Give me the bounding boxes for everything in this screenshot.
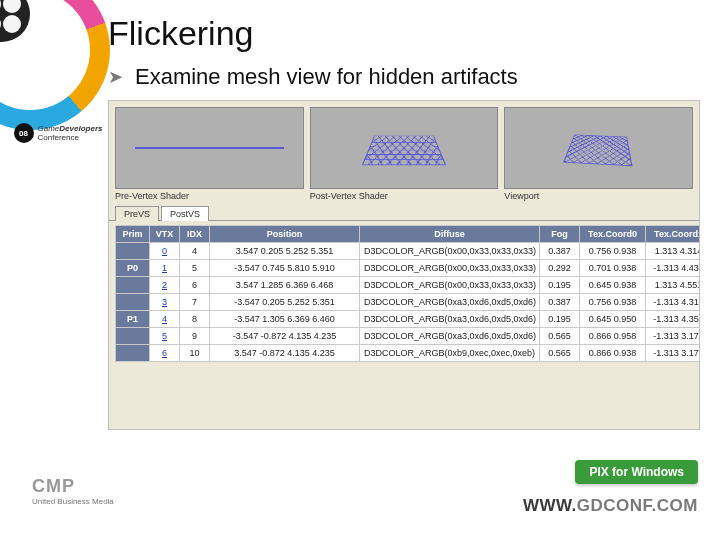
cell-texcoord0: 0.866 0.938 [580, 345, 646, 362]
cell-idx: 6 [180, 277, 210, 294]
table-row[interactable]: 263.547 1.285 6.369 6.468D3DCOLOR_ARGB(0… [116, 277, 701, 294]
cell-prim: P1 [116, 311, 150, 328]
cell-diffuse: D3DCOLOR_ARGB(0xa3,0xd6,0xd5,0xd6) [360, 294, 540, 311]
tab-prevs[interactable]: PreVS [115, 206, 159, 221]
cell-vtx[interactable]: 6 [150, 345, 180, 362]
bullet-chevron-icon: ➤ [108, 68, 123, 86]
th-prim[interactable]: Prim [116, 226, 150, 243]
cell-texcoord0: 0.756 0.938 [580, 294, 646, 311]
year-badge: 08 [14, 123, 34, 143]
cell-fog: 0.565 [540, 345, 580, 362]
cmp-subtext: United Business Media [32, 497, 114, 506]
cell-texcoord0: 0.645 0.938 [580, 277, 646, 294]
mesh-grid-icon [362, 136, 446, 166]
cell-idx: 10 [180, 345, 210, 362]
badge-brand-2: Developers [59, 124, 102, 133]
cell-diffuse: D3DCOLOR_ARGB(0x00,0x33,0x33,0x33) [360, 260, 540, 277]
tab-bar: PreVS PostVS [109, 205, 699, 221]
cell-idx: 9 [180, 328, 210, 345]
thumb-label-1: Post-Vertex Shader [310, 191, 499, 201]
table-row[interactable]: 6103.547 -0.872 4.135 4.235D3DCOLOR_ARGB… [116, 345, 701, 362]
cell-vtx[interactable]: 4 [150, 311, 180, 328]
table-header-row: Prim VTX IDX Position Diffuse Fog Tex.Co… [116, 226, 701, 243]
cell-texcoord1: -1.313 4.314 [646, 294, 701, 311]
th-diffuse[interactable]: Diffuse [360, 226, 540, 243]
thumb-pre-vertex[interactable] [115, 107, 304, 189]
cell-texcoord1: -1.313 3.175 [646, 328, 701, 345]
cmp-logo: CMP United Business Media [32, 476, 114, 506]
cell-position: 3.547 0.205 5.252 5.351 [210, 243, 360, 260]
thumb-post-vertex[interactable] [310, 107, 499, 189]
cell-prim [116, 294, 150, 311]
tab-postvs[interactable]: PostVS [161, 206, 209, 221]
cell-texcoord0: 0.866 0.958 [580, 328, 646, 345]
cell-fog: 0.387 [540, 294, 580, 311]
vertex-table: Prim VTX IDX Position Diffuse Fog Tex.Co… [115, 225, 700, 362]
cell-prim [116, 277, 150, 294]
cell-fog: 0.565 [540, 328, 580, 345]
thumb-label-0: Pre-Vertex Shader [115, 191, 304, 201]
cell-texcoord1: -1.313 4.351 [646, 311, 701, 328]
cell-fog: 0.195 [540, 277, 580, 294]
cell-position: 3.547 1.285 6.369 6.468 [210, 277, 360, 294]
cell-position: -3.547 0.745 5.810 5.910 [210, 260, 360, 277]
th-position[interactable]: Position [210, 226, 360, 243]
thumbnail-row [109, 101, 699, 191]
table-row[interactable]: 043.547 0.205 5.252 5.351D3DCOLOR_ARGB(0… [116, 243, 701, 260]
cell-vtx[interactable]: 3 [150, 294, 180, 311]
cell-vtx[interactable]: 1 [150, 260, 180, 277]
table-row[interactable]: 37-3.547 0.205 5.252 5.351D3DCOLOR_ARGB(… [116, 294, 701, 311]
gdconf-prefix: WWW. [523, 496, 577, 515]
badge-sub: Conference [38, 133, 103, 142]
cmp-logo-text: CMP [32, 476, 114, 497]
table-row[interactable]: P148-3.547 1.305 6.369 6.460D3DCOLOR_ARG… [116, 311, 701, 328]
cell-prim: P0 [116, 260, 150, 277]
cell-diffuse: D3DCOLOR_ARGB(0xb9,0xec,0xec,0xeb) [360, 345, 540, 362]
bullet-row: ➤ Examine mesh view for hidden artifacts [108, 64, 518, 90]
footer: CMP United Business Media PIX for Window… [0, 460, 720, 540]
mesh-blob-icon [563, 135, 633, 167]
cell-vtx[interactable]: 2 [150, 277, 180, 294]
thumbnail-labels: Pre-Vertex Shader Post-Vertex Shader Vie… [109, 191, 699, 205]
cell-diffuse: D3DCOLOR_ARGB(0x00,0x33,0x33,0x33) [360, 243, 540, 260]
gdconf-url: WWW.GDCONF.COM [523, 496, 698, 516]
cell-texcoord1: 1.313 4.314 [646, 243, 701, 260]
mesh-inspector-panel: Pre-Vertex Shader Post-Vertex Shader Vie… [108, 100, 700, 430]
cell-idx: 7 [180, 294, 210, 311]
th-idx[interactable]: IDX [180, 226, 210, 243]
cell-position: 3.547 -0.872 4.135 4.235 [210, 345, 360, 362]
cell-diffuse: D3DCOLOR_ARGB(0xa3,0xd6,0xd5,0xd6) [360, 311, 540, 328]
th-texcoord0[interactable]: Tex.Coord0 [580, 226, 646, 243]
cell-prim [116, 345, 150, 362]
slide-title: Flickering [108, 14, 253, 53]
gdconf-domain: GDCONF.COM [577, 496, 698, 515]
cell-vtx[interactable]: 0 [150, 243, 180, 260]
cell-diffuse: D3DCOLOR_ARGB(0x00,0x33,0x33,0x33) [360, 277, 540, 294]
cell-fog: 0.195 [540, 311, 580, 328]
th-fog[interactable]: Fog [540, 226, 580, 243]
badge-brand-1: Game [38, 124, 60, 133]
cell-position: -3.547 -0.872 4.135 4.235 [210, 328, 360, 345]
gdc-conference-badge: 08 GameDevelopers Conference [10, 118, 106, 148]
cell-idx: 4 [180, 243, 210, 260]
cell-idx: 5 [180, 260, 210, 277]
cell-position: -3.547 0.205 5.252 5.351 [210, 294, 360, 311]
cell-prim [116, 328, 150, 345]
cell-texcoord1: -1.313 3.175 [646, 345, 701, 362]
cell-texcoord1: -1.313 4.432 [646, 260, 701, 277]
th-vtx[interactable]: VTX [150, 226, 180, 243]
cell-vtx[interactable]: 5 [150, 328, 180, 345]
th-texcoord1[interactable]: Tex.Coord1 [646, 226, 701, 243]
thumb-label-2: Viewport [504, 191, 693, 201]
cell-texcoord1: 1.313 4.551 [646, 277, 701, 294]
table-row[interactable]: 59-3.547 -0.872 4.135 4.235D3DCOLOR_ARGB… [116, 328, 701, 345]
cell-idx: 8 [180, 311, 210, 328]
table-row[interactable]: P015-3.547 0.745 5.810 5.910D3DCOLOR_ARG… [116, 260, 701, 277]
cell-diffuse: D3DCOLOR_ARGB(0xa3,0xd6,0xd5,0xd6) [360, 328, 540, 345]
cell-fog: 0.292 [540, 260, 580, 277]
cell-texcoord0: 0.756 0.938 [580, 243, 646, 260]
cell-prim [116, 243, 150, 260]
bullet-text: Examine mesh view for hidden artifacts [135, 64, 518, 90]
thumb-viewport[interactable] [504, 107, 693, 189]
clover-logo [0, 0, 30, 42]
